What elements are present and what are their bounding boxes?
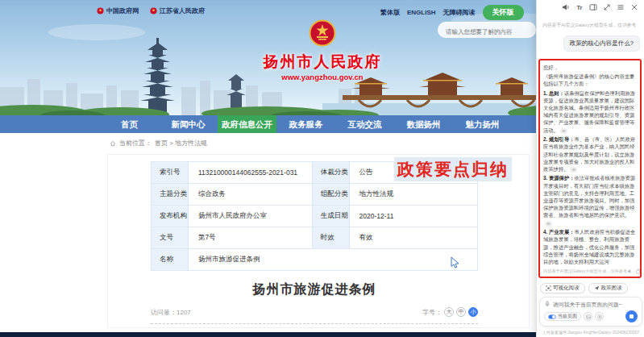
image-icon bbox=[586, 314, 591, 319]
nav-item[interactable]: 政府信息公开 bbox=[218, 115, 276, 133]
site-identity: 扬州市人民政府 www.yangzhou.gov.cn bbox=[260, 19, 385, 81]
font-size-large-button[interactable]: 大 bbox=[444, 307, 454, 317]
answer-section: 2. 规划引导：市、县（市、区）人民政府应当将旅游业作为基本产业，纳入国民经济和… bbox=[543, 135, 637, 173]
microphone-icon[interactable] bbox=[544, 301, 551, 307]
site-name: 扬州市人民政府 bbox=[260, 52, 385, 73]
gov-link[interactable]: 江苏省人民政府 bbox=[150, 6, 205, 15]
image-upload-button[interactable] bbox=[584, 312, 592, 321]
table-row-name: 名称 扬州市旅游促进条例 bbox=[152, 249, 478, 271]
policy-reading-chip[interactable]: 政策图读 bbox=[588, 283, 628, 293]
nav-item[interactable]: 互动交流 bbox=[335, 115, 394, 133]
toggle-icon bbox=[548, 314, 556, 319]
answer-actions bbox=[627, 268, 642, 274]
site-url: www.yangzhou.gov.cn bbox=[260, 73, 385, 81]
article-title: 扬州市旅游促进条例 bbox=[151, 281, 478, 298]
menu-icon[interactable] bbox=[617, 3, 625, 11]
gov-link[interactable]: 中国政府网 bbox=[97, 6, 139, 15]
model-disclaimer-top: 内容基于AI星汉Galaxy大模型生成，仅供参考 bbox=[542, 22, 636, 29]
table-row: 主题分类 综合政务 组配分类 地方性法规 bbox=[152, 184, 478, 206]
article-meta: 访问量：1207 字号： 大 中 小 bbox=[151, 307, 478, 324]
answer-footer: 内容基于AI星汉Galaxy大模型生成，仅供参考 bbox=[543, 268, 637, 274]
font-size-label: 字号： bbox=[422, 308, 442, 317]
answer-greeting: 您好， bbox=[543, 64, 637, 71]
ai-answer-annotation-box: 您好， 《扬州市旅游促进条例》的核心内容主要包括以下几个方面： 1. 总则：该条… bbox=[538, 59, 642, 278]
stop-generating-button[interactable] bbox=[625, 310, 638, 322]
visual-reading-chip[interactable]: 可视化阅读 bbox=[540, 283, 585, 293]
side-panel-icon[interactable] bbox=[589, 3, 597, 11]
quick-links: 繁体版 ENGLISH 无障碍阅读 关怀版 bbox=[380, 5, 524, 20]
ai-answer-text: 您好， 《扬州市旅游促进条例》的核心内容主要包括以下几个方面： 1. 总则：该条… bbox=[543, 64, 637, 265]
font-size-controls: 字号： 大 中 小 bbox=[422, 307, 478, 317]
care-version-button[interactable]: 关怀版 bbox=[483, 5, 524, 20]
search-input[interactable] bbox=[438, 25, 535, 39]
national-emblem-icon bbox=[309, 19, 336, 47]
search-box[interactable] bbox=[438, 22, 536, 38]
current-page-toggle[interactable]: 当前页面 bbox=[544, 312, 581, 321]
stop-icon bbox=[629, 314, 634, 318]
answer-section: 1. 总则：该条例旨在保护和合理利用旅游资源，促进旅游业高质量发展，建设国际文化… bbox=[543, 89, 637, 135]
read-aloud-icon[interactable] bbox=[627, 268, 633, 274]
font-size-small-button[interactable]: 小 bbox=[468, 307, 478, 317]
national-emblem-mini-icon bbox=[150, 7, 157, 15]
font-size-medium-button[interactable]: 中 bbox=[456, 307, 466, 317]
home-icon bbox=[110, 140, 116, 147]
panel-toolbar: Tr bbox=[562, 3, 638, 11]
quick-link[interactable]: ENGLISH bbox=[407, 9, 436, 16]
national-emblem-mini-icon bbox=[97, 7, 104, 15]
model-disclaimer-bottom: 内容基于AI星汉Galaxy大模型生成，仅供参考 bbox=[543, 268, 627, 274]
visit-count: 访问量：1207 bbox=[151, 308, 191, 317]
expand-icon[interactable] bbox=[603, 3, 611, 11]
table-row: 发布机构 扬州市人民政府办公室 生成日期 2020-12-11 bbox=[152, 206, 478, 227]
nav-item[interactable]: 魅力扬州 bbox=[453, 115, 512, 133]
citation-badge[interactable]: ∞ bbox=[570, 167, 577, 173]
user-message-bubble: 政策的核心内容是什么? bbox=[563, 35, 640, 52]
table-row: 文号 第7号 时效 有效 bbox=[152, 227, 478, 249]
ai-assistant-panel: Tr 内容基于AI星汉Galaxy大模型生成，仅供参考 政策的核心内容是什么? … bbox=[536, 0, 644, 337]
quick-link[interactable]: 无障碍阅读 bbox=[443, 8, 476, 17]
close-icon[interactable] bbox=[630, 3, 638, 11]
frame-icon bbox=[546, 285, 551, 291]
suggestion-chips: 可视化阅读 政策图读 bbox=[540, 283, 628, 293]
annotation-headline: 政策要点归纳 bbox=[394, 157, 512, 181]
breadcrumb-path[interactable]: 首页 > 地方性法规 bbox=[155, 139, 207, 148]
nav-item[interactable]: 政务服务 bbox=[276, 115, 335, 133]
breadcrumb-label: 当前位置： bbox=[119, 139, 152, 148]
nav-item[interactable]: 新闻中心 bbox=[159, 115, 218, 133]
chat-input[interactable] bbox=[553, 302, 638, 307]
nav-item[interactable]: 数据扬州 bbox=[394, 115, 453, 133]
answer-section: 4. 产业发展：市人民政府应当积极促进全域旅游发展，培植、整合、利用旅游资源，推… bbox=[543, 228, 637, 265]
clear-icon bbox=[597, 314, 602, 319]
copy-icon[interactable] bbox=[636, 268, 642, 274]
nav-item[interactable]: 首页 bbox=[100, 115, 159, 133]
quick-link[interactable]: 繁体版 bbox=[380, 8, 400, 17]
translate-icon[interactable]: Tr bbox=[575, 3, 584, 11]
screen: 中国政府网 江苏省人民政府 繁体版 ENGLISH 无障碍阅读 关怀版 bbox=[0, 0, 644, 337]
answer-section: 3. 资源保护：依法审批或者核准旅游资源开发项目时，有关部门应当征求本级旅游主管… bbox=[543, 174, 637, 227]
answer-intro: 《扬州市旅游促进条例》的核心内容主要包括以下几个方面： bbox=[543, 73, 637, 87]
gov-links: 中国政府网 江苏省人民政府 bbox=[97, 6, 205, 15]
sound-icon[interactable] bbox=[562, 3, 570, 11]
filing-number: 上线备案编号:Jiangsu-XingHanGalaxy-20240823000… bbox=[537, 330, 644, 335]
clear-button[interactable] bbox=[595, 312, 604, 321]
citation-badge[interactable]: ∞ bbox=[545, 221, 552, 227]
chat-input-card: 当前页面 bbox=[539, 297, 642, 327]
paper-plane-icon bbox=[594, 285, 600, 291]
citation-badge[interactable]: ∞ bbox=[560, 128, 567, 135]
